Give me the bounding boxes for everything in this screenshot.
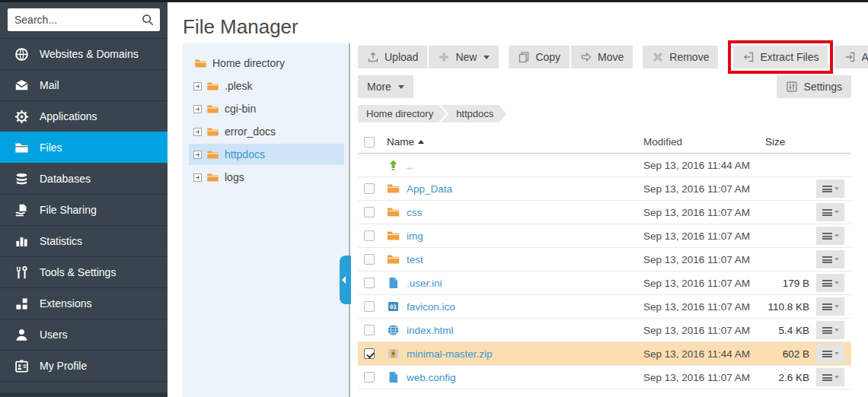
file-name-link[interactable]: ..: [407, 160, 413, 171]
sort-ascending-icon: [418, 140, 424, 144]
file-name-link[interactable]: favicon.ico: [407, 301, 455, 313]
search-icon[interactable]: [141, 13, 155, 27]
table-row: img Sep 13, 2016 11:07 AM: [358, 224, 851, 248]
select-all-checkbox[interactable]: [364, 137, 375, 148]
row-menu-button[interactable]: [816, 227, 844, 245]
sidebar-item-mail[interactable]: Mail: [0, 69, 168, 100]
sidebar-item-databases[interactable]: Databases: [0, 163, 168, 194]
tree-item-plesk[interactable]: .plesk: [189, 75, 344, 97]
toolbar-row-1: Upload New Copy Move Remove: [358, 42, 851, 72]
search-input[interactable]: [8, 8, 160, 31]
chevron-down-icon: [834, 376, 839, 379]
modified-cell: Sep 13, 2016 11:07 AM: [643, 254, 764, 265]
toolbar-group-copy-move: Copy Move: [509, 46, 633, 68]
expand-plus-icon[interactable]: [193, 151, 202, 159]
copy-button[interactable]: Copy: [509, 46, 570, 68]
sidebar-item-users[interactable]: Users: [0, 319, 168, 350]
row-checkbox[interactable]: [364, 278, 375, 288]
sidebar-item-file-sharing[interactable]: File Sharing: [0, 194, 168, 225]
row-menu-button[interactable]: [816, 368, 844, 386]
row-menu-button[interactable]: [816, 250, 844, 268]
tree-item-logs[interactable]: logs: [189, 167, 344, 188]
row-menu-button[interactable]: [816, 179, 844, 198]
upload-button[interactable]: Upload: [358, 46, 427, 68]
header-size[interactable]: Size: [764, 136, 809, 148]
file-name-link[interactable]: App_Data: [407, 183, 452, 195]
chart-icon: [14, 234, 29, 249]
sidebar-item-files[interactable]: Files: [0, 132, 168, 163]
row-checkbox[interactable]: [364, 254, 375, 265]
expand-plus-icon[interactable]: [193, 82, 202, 91]
table-row: .user.ini Sep 13, 2016 11:07 AM 179 B: [358, 272, 851, 295]
modified-cell: Sep 13, 2016 11:07 AM: [643, 372, 764, 383]
toolbar-row-2: More Settings: [358, 75, 851, 98]
expand-plus-icon[interactable]: [193, 173, 202, 182]
sidebar-item-extensions[interactable]: Extensions: [0, 287, 168, 319]
expand-plus-icon[interactable]: [193, 105, 202, 113]
table-row: css Sep 13, 2016 11:07 AM: [358, 201, 851, 224]
chevron-down-icon: [834, 281, 839, 284]
breadcrumb-home-directory[interactable]: Home directory: [358, 105, 446, 122]
file-name-link[interactable]: img: [407, 230, 423, 242]
row-menu-button[interactable]: [816, 345, 844, 363]
toolbar-group-archive: Extract Files Add to Archive: [728, 46, 868, 68]
row-checkbox[interactable]: [364, 348, 375, 359]
tree-item-home-directory[interactable]: Home directory: [189, 52, 344, 74]
table-row: test Sep 13, 2016 11:07 AM: [358, 248, 851, 272]
header-modified[interactable]: Modified: [643, 136, 764, 148]
file-icon: [387, 371, 400, 383]
plus-icon: [438, 51, 450, 63]
folder-icon: [387, 253, 400, 265]
row-menu-button[interactable]: [816, 297, 844, 316]
share-icon: [14, 203, 29, 218]
tree-list: .plesk cgi-bin error_docs httpdocs logs: [183, 75, 349, 188]
tree-item-httpdocs[interactable]: httpdocs: [189, 144, 344, 165]
sidebar: Websites & Domains Mail Applications Fil…: [0, 2, 168, 397]
tree-item-cgi-bin[interactable]: cgi-bin: [189, 98, 344, 119]
move-button[interactable]: Move: [571, 46, 633, 68]
tree-item-error-docs[interactable]: error_docs: [189, 121, 344, 142]
file-name-link[interactable]: .user.ini: [407, 278, 442, 289]
header-name[interactable]: Name: [387, 136, 643, 148]
row-menu-button[interactable]: [816, 274, 844, 292]
folder-icon: [194, 58, 207, 69]
breadcrumb-httpdocs[interactable]: httpdocs: [441, 105, 506, 122]
more-button[interactable]: More: [358, 75, 413, 98]
row-checkbox[interactable]: [364, 325, 375, 335]
row-checkbox[interactable]: [364, 207, 375, 218]
folder-icon: [206, 103, 219, 115]
file-name-link[interactable]: web.config: [407, 372, 456, 383]
sidebar-item-applications[interactable]: Applications: [0, 100, 168, 132]
sidebar-item-websites-domains[interactable]: Websites & Domains: [0, 38, 168, 69]
table-header: Name Modified Size: [358, 131, 851, 154]
row-menu-button[interactable]: [816, 203, 844, 221]
expand-plus-icon[interactable]: [193, 128, 202, 136]
add-to-archive-button[interactable]: Add to Archive: [834, 46, 868, 68]
file-name-link[interactable]: css: [407, 207, 422, 218]
file-name-link[interactable]: index.html: [407, 325, 454, 336]
table-row: minimal-master.zip Sep 13, 2016 11:44 AM…: [358, 342, 851, 366]
size-cell: 179 B: [764, 278, 809, 289]
row-checkbox[interactable]: [364, 230, 375, 241]
settings-button[interactable]: Settings: [777, 75, 851, 98]
row-menu-button[interactable]: [816, 321, 844, 339]
sidebar-item-statistics[interactable]: Statistics: [0, 225, 168, 256]
row-checkbox[interactable]: [364, 301, 375, 312]
remove-button[interactable]: Remove: [643, 46, 718, 68]
file-name-link[interactable]: test: [407, 254, 423, 265]
extract-files-button[interactable]: Extract Files: [733, 46, 828, 68]
file-name-link[interactable]: minimal-master.zip: [407, 348, 493, 360]
table-row: index.html Sep 13, 2016 11:07 AM 5.4 KB: [358, 319, 851, 342]
tree-collapse-handle[interactable]: [340, 256, 351, 304]
folder-icon: [206, 172, 219, 183]
toolbar-group-remove: Remove: [643, 46, 718, 68]
folder-icon: [206, 81, 219, 92]
row-checkbox[interactable]: [364, 183, 375, 194]
sidebar-item-tools-settings[interactable]: Tools & Settings: [0, 256, 168, 287]
sidebar-item-my-profile[interactable]: My Profile: [0, 350, 168, 381]
hamburger-icon: [822, 351, 832, 357]
row-checkbox[interactable]: [364, 372, 375, 383]
new-button[interactable]: New: [429, 46, 499, 68]
file-manager-content: Upload New Copy Move Remove: [358, 42, 851, 389]
folder-icon: [14, 141, 29, 155]
